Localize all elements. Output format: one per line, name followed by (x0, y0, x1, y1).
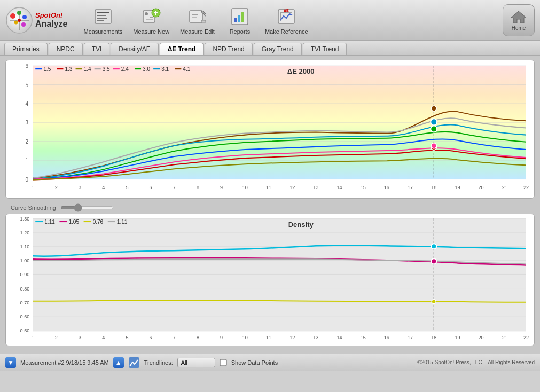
svg-rect-151 (220, 359, 226, 366)
svg-text:0.60: 0.60 (20, 314, 30, 319)
trendlines-label: Trendlines: (144, 359, 173, 366)
svg-text:0.50: 0.50 (20, 328, 30, 333)
app-subtitle: Analyze (35, 19, 67, 29)
tab-tvi[interactable]: TVI (84, 43, 110, 55)
density-chart: 1.30 1.20 1.10 1.00 0.90 0.80 0.70 0.60 … (5, 214, 535, 346)
measurements-button[interactable]: Measurements (79, 4, 127, 37)
svg-text:4: 4 (26, 101, 29, 107)
trendlines-select[interactable]: All None Selected (177, 358, 215, 367)
next-measurement-button[interactable]: ▲ (113, 357, 124, 368)
svg-text:2: 2 (55, 335, 58, 340)
svg-text:1: 1 (32, 185, 34, 190)
svg-text:1.30: 1.30 (20, 216, 30, 222)
svg-text:2: 2 (26, 139, 29, 145)
measurement-info: Measurement #2 9/18/15 9:45 AM (20, 359, 109, 366)
measure-edit-icon (187, 6, 208, 27)
svg-text:8: 8 (197, 185, 199, 190)
svg-rect-148 (108, 221, 115, 222)
svg-text:6: 6 (150, 335, 152, 340)
svg-text:11: 11 (266, 185, 271, 190)
svg-text:5: 5 (126, 185, 128, 190)
reports-button[interactable]: Reports (221, 4, 259, 37)
svg-text:0.90: 0.90 (20, 272, 30, 277)
svg-text:14: 14 (337, 335, 342, 340)
svg-text:6: 6 (150, 185, 152, 190)
svg-rect-146 (84, 221, 91, 222)
svg-rect-94 (175, 68, 181, 69)
svg-text:4: 4 (102, 335, 105, 340)
svg-text:4.1: 4.1 (183, 66, 190, 72)
svg-text:13: 13 (313, 185, 318, 190)
show-data-points-checkbox[interactable] (220, 359, 227, 366)
svg-text:1.3: 1.3 (65, 66, 72, 72)
svg-point-4 (14, 20, 18, 24)
svg-point-18 (145, 12, 148, 15)
svg-text:1: 1 (26, 158, 29, 163)
svg-rect-90 (135, 68, 141, 69)
svg-text:3: 3 (79, 185, 81, 190)
tab-primaries[interactable]: Primaries (4, 43, 48, 55)
svg-text:17: 17 (408, 335, 413, 340)
svg-point-8 (18, 19, 21, 22)
svg-text:12: 12 (289, 335, 295, 340)
svg-point-139 (431, 244, 436, 249)
svg-rect-12 (97, 18, 107, 19)
svg-point-79 (431, 106, 436, 111)
svg-text:1: 1 (32, 335, 34, 340)
smoothing-label: Curve Smoothing (11, 205, 56, 211)
make-reference-button[interactable]: ΔE Make Reference (261, 4, 312, 37)
svg-text:14: 14 (336, 185, 342, 190)
svg-point-140 (431, 258, 436, 264)
main-content: 6 5 4 3 2 1 0 1 2 3 4 5 6 7 8 9 10 11 12… (0, 56, 540, 354)
tab-tvi-trend[interactable]: TVI Trend (303, 43, 347, 55)
measure-edit-button[interactable]: Measure Edit (176, 4, 219, 37)
de-chart-svg: 6 5 4 3 2 1 0 1 2 3 4 5 6 7 8 9 10 11 12… (6, 60, 534, 198)
svg-text:17: 17 (408, 185, 413, 190)
svg-rect-30 (241, 12, 244, 22)
svg-text:0.76: 0.76 (93, 219, 104, 225)
svg-rect-9 (95, 10, 111, 23)
measurements-label: Measurements (83, 28, 122, 35)
tabs-bar: Primaries NPDC TVI Density/ΔE ΔE Trend N… (0, 41, 540, 56)
svg-text:13: 13 (313, 335, 318, 340)
trendlines-icon (128, 357, 140, 369)
svg-text:18: 18 (431, 335, 436, 340)
svg-text:1.5: 1.5 (43, 66, 51, 72)
tab-gray-trend[interactable]: Gray Trend (254, 43, 302, 55)
tab-npd-trend[interactable]: NPD Trend (205, 43, 252, 55)
svg-rect-144 (59, 221, 67, 222)
tab-de-trend[interactable]: ΔE Trend (160, 43, 204, 55)
svg-text:3: 3 (79, 335, 81, 340)
svg-point-5 (21, 22, 26, 27)
tab-density-de[interactable]: Density/ΔE (111, 43, 158, 55)
svg-rect-28 (234, 18, 237, 22)
app-name: SpotOn! (35, 11, 67, 19)
measure-new-button[interactable]: Measure New (129, 4, 174, 37)
svg-text:6: 6 (26, 63, 29, 69)
svg-text:18: 18 (431, 185, 436, 190)
reports-icon (229, 6, 251, 27)
measure-edit-label: Measure Edit (180, 28, 215, 35)
svg-rect-88 (113, 68, 120, 69)
home-button[interactable]: Home (503, 4, 535, 36)
smoothing-slider[interactable] (60, 206, 114, 209)
svg-text:7: 7 (173, 335, 176, 340)
prev-measurement-button[interactable]: ▼ (5, 357, 16, 368)
svg-text:3: 3 (26, 120, 29, 126)
svg-text:9: 9 (220, 185, 223, 190)
svg-text:21: 21 (502, 335, 507, 340)
svg-rect-11 (97, 15, 106, 16)
svg-text:1.4: 1.4 (84, 66, 91, 72)
svg-rect-80 (35, 68, 42, 69)
svg-text:1.05: 1.05 (68, 219, 79, 225)
svg-text:16: 16 (384, 335, 389, 340)
tab-npdc[interactable]: NPDC (49, 43, 83, 55)
svg-text:ΔE 2000: ΔE 2000 (287, 67, 315, 75)
svg-text:20: 20 (479, 335, 484, 340)
svg-text:1.00: 1.00 (20, 258, 30, 263)
smoothing-row: Curve Smoothing (5, 202, 535, 214)
svg-text:8: 8 (197, 335, 199, 340)
svg-rect-86 (95, 68, 101, 69)
svg-text:19: 19 (455, 335, 460, 340)
app-logo (5, 6, 33, 34)
